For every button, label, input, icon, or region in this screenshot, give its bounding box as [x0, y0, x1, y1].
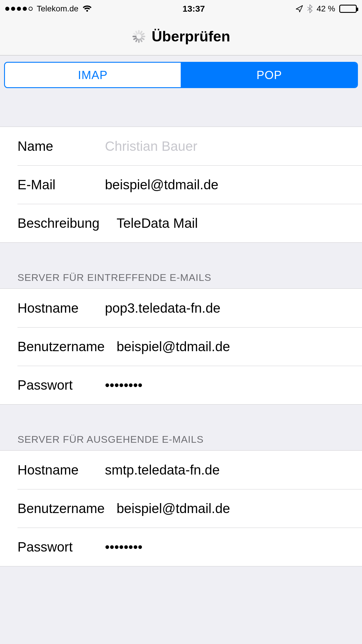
outgoing-header: SERVER FÜR AUSGEHENDE E-MAILS: [0, 434, 362, 450]
outgoing-pass-label: Passwort: [17, 539, 105, 555]
row-outgoing-host[interactable]: Hostname: [0, 451, 362, 489]
incoming-pass-label: Passwort: [17, 377, 105, 393]
email-input[interactable]: [105, 177, 362, 192]
incoming-user-input[interactable]: [117, 339, 362, 354]
status-time: 13:37: [182, 4, 205, 14]
row-name[interactable]: Name: [0, 127, 362, 165]
spacer: [0, 94, 362, 127]
outgoing-user-label: Benutzername: [17, 501, 117, 516]
description-label: Beschreibung: [17, 215, 117, 231]
protocol-segmented-wrap: IMAP POP: [0, 55, 362, 94]
name-input[interactable]: [105, 138, 362, 154]
outgoing-table: Hostname Benutzername Passwort: [0, 450, 362, 566]
tab-pop[interactable]: POP: [181, 63, 357, 87]
name-label: Name: [17, 138, 105, 154]
protocol-segmented: IMAP POP: [4, 62, 358, 88]
incoming-user-label: Benutzername: [17, 339, 117, 354]
tab-imap[interactable]: IMAP: [5, 63, 181, 87]
row-outgoing-pass[interactable]: Passwort: [0, 528, 362, 566]
row-description[interactable]: Beschreibung: [0, 204, 362, 242]
row-email[interactable]: E-Mail: [0, 165, 362, 204]
outgoing-user-input[interactable]: [117, 501, 362, 516]
bluetooth-icon: [307, 4, 312, 13]
incoming-header: SERVER FÜR EINTREFFENDE E-MAILS: [0, 272, 362, 288]
loading-spinner-icon: [132, 29, 146, 43]
account-table: Name E-Mail Beschreibung: [0, 127, 362, 243]
outgoing-host-label: Hostname: [17, 462, 105, 478]
status-right: 42 %: [296, 4, 357, 13]
nav-bar: Überprüfen: [0, 18, 362, 55]
email-label: E-Mail: [17, 177, 105, 192]
outgoing-host-input[interactable]: [105, 462, 362, 478]
incoming-pass-input[interactable]: [105, 377, 362, 393]
outgoing-pass-input[interactable]: [105, 539, 362, 555]
battery-icon: [339, 5, 357, 13]
row-incoming-pass[interactable]: Passwort: [0, 366, 362, 404]
row-incoming-host[interactable]: Hostname: [0, 289, 362, 327]
spacer: [0, 243, 362, 272]
row-incoming-user[interactable]: Benutzername: [0, 327, 362, 366]
carrier-label: Telekom.de: [37, 4, 78, 13]
incoming-table: Hostname Benutzername Passwort: [0, 288, 362, 405]
incoming-host-label: Hostname: [17, 300, 105, 316]
status-left: Telekom.de: [5, 4, 92, 13]
battery-percent: 42 %: [317, 4, 335, 13]
spacer: [0, 405, 362, 434]
description-input[interactable]: [117, 215, 362, 231]
location-icon: [296, 5, 303, 13]
wifi-icon: [82, 5, 92, 12]
status-bar: Telekom.de 13:37 42 %: [0, 0, 362, 18]
incoming-host-input[interactable]: [105, 300, 362, 316]
page-title: Überprüfen: [152, 28, 230, 45]
row-outgoing-user[interactable]: Benutzername: [0, 489, 362, 528]
signal-strength-icon: [5, 7, 33, 11]
